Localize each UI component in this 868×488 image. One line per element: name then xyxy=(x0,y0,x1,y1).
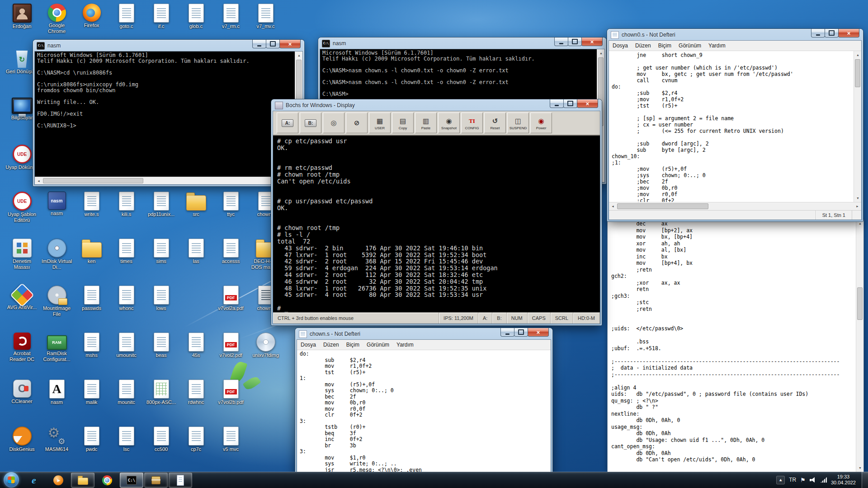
maximize-button[interactable] xyxy=(568,38,582,46)
bochs-floppy-b-button[interactable]: B: xyxy=(300,113,321,133)
desktop-icon-ttyc[interactable]: ttyc xyxy=(213,191,248,217)
desktop-icon-nasm[interactable]: nasm xyxy=(39,379,74,405)
desktop-icon-unixv7fdimg[interactable]: unixv7fdimg xyxy=(248,332,283,358)
bochs-suspend-button[interactable]: ◫SUSPEND xyxy=(507,113,529,133)
desktop-icon-firefox[interactable]: Firefox xyxy=(74,3,109,28)
desktop-icon-umounitc[interactable]: umounitc xyxy=(109,332,144,358)
volume-icon[interactable] xyxy=(810,477,816,483)
scroll-left-icon[interactable]: ◄ xyxy=(609,202,617,210)
desktop-icon-lows[interactable]: lows xyxy=(144,285,179,311)
scroll-left-icon[interactable]: ◄ xyxy=(35,177,42,184)
desktop-icon-pdp11unix[interactable]: pdp11unix... xyxy=(144,191,179,217)
notepad2-vertical-scrollbar[interactable]: ▲ ▼ xyxy=(854,51,861,202)
desktop-icon-imdisk-virtual-di[interactable]: ImDisk Virtual Di... xyxy=(39,238,74,270)
scroll-down-icon[interactable]: ▼ xyxy=(856,464,864,472)
maximize-button[interactable] xyxy=(266,40,280,48)
minimize-button[interactable] xyxy=(252,40,266,48)
desktop-icon-diskgenius[interactable]: DiskGenius xyxy=(5,426,39,452)
desktop-icon-v7vol2-pdf[interactable]: v7vol2.pdf xyxy=(213,332,248,358)
menu-d-zen[interactable]: Düzen xyxy=(320,342,343,348)
menu-bi-im[interactable]: Biçim xyxy=(655,42,675,49)
scroll-up-icon[interactable]: ▲ xyxy=(295,52,302,59)
bochs-floppy-a-button[interactable]: A: xyxy=(277,113,298,133)
notepad2-horizontal-scrollbar[interactable]: ◄ ► xyxy=(609,202,861,210)
bochs-paste-button[interactable]: ▥Paste xyxy=(415,113,437,133)
scroll-thumb[interactable] xyxy=(43,178,143,183)
close-button[interactable]: × xyxy=(581,38,603,46)
desktop-icon-sims[interactable]: sims xyxy=(144,238,179,264)
notepad3-vertical-scrollbar[interactable]: ▲ ▼ xyxy=(856,220,863,472)
bochs-cdrom-button[interactable]: ◎ xyxy=(323,113,344,133)
desktop-icon-goto-c[interactable]: goto.c xyxy=(109,3,144,29)
resize-grip[interactable] xyxy=(852,211,861,220)
desktop-icon-mshs[interactable]: mshs xyxy=(74,332,109,358)
maximize-button[interactable] xyxy=(514,328,528,337)
show-hidden-icons-button[interactable]: ▲ xyxy=(776,476,785,484)
bochs-config-button[interactable]: TICONFIG xyxy=(461,113,483,133)
scroll-up-icon[interactable]: ▲ xyxy=(854,51,861,59)
cmd1-titlebar[interactable]: nasm × xyxy=(33,40,304,52)
desktop-icon-nasm[interactable]: nasm xyxy=(39,191,74,216)
desktop-icon-accesss[interactable]: accesss xyxy=(213,238,248,264)
desktop-icon-pwdc[interactable]: pwdc xyxy=(74,426,109,452)
cmd1-horizontal-scrollbar[interactable]: ◄ ► xyxy=(35,177,295,184)
bochs-reset-button[interactable]: ↺Reset xyxy=(484,113,506,133)
desktop-icon-denetim-masas[interactable]: Denetim Masası xyxy=(5,238,39,270)
desktop-icon-glob-c[interactable]: glob.c xyxy=(179,3,213,29)
close-button[interactable]: × xyxy=(838,29,859,38)
desktop-icon-src[interactable]: src xyxy=(179,191,213,217)
bochs-titlebar[interactable]: Bochs for Windows - Display × xyxy=(271,99,602,111)
menu-bi-im[interactable]: Biçim xyxy=(343,342,363,348)
desktop-icon-mounitc[interactable]: mounitc xyxy=(109,379,144,405)
notepad1-titlebar[interactable]: chown.s - Not Defteri × xyxy=(295,328,552,340)
action-center-flag-icon[interactable]: ⚑ xyxy=(800,477,806,483)
menu-d-zen[interactable]: Düzen xyxy=(632,42,655,49)
scroll-thumb[interactable] xyxy=(617,203,708,209)
desktop-icon-times[interactable]: times xyxy=(109,238,144,264)
minimize-button[interactable] xyxy=(554,38,568,46)
scroll-right-icon[interactable]: ► xyxy=(854,202,861,210)
taskbar-bochs-button[interactable] xyxy=(144,473,168,488)
desktop-icon-v7-mv-c[interactable]: v7_mv.c xyxy=(248,3,283,29)
desktop-icon-erdo-an[interactable]: Erdoğan xyxy=(5,3,39,29)
menu-g-r-n-m[interactable]: Görünüm xyxy=(363,342,393,348)
desktop-icon-v7vol2b-pdf[interactable]: v7vol2b.pdf xyxy=(213,379,248,405)
scroll-up-icon[interactable]: ▲ xyxy=(597,49,604,57)
minimize-button[interactable] xyxy=(550,99,564,108)
bochs-power-button[interactable]: ◉Power xyxy=(530,113,552,133)
desktop-icon-v5-mvc[interactable]: v5 mvc xyxy=(213,426,248,452)
notepad1-text[interactable]: do: sub $2,r4 mov r1,0f+2 tst (r5)+ 1: m… xyxy=(297,350,551,474)
language-indicator[interactable]: TR xyxy=(789,477,796,483)
taskbar-cmd-button[interactable] xyxy=(120,473,143,488)
notepad3-text[interactable]: dec ax mov [bp+2], ax mov bx, [bp+4] xor… xyxy=(608,220,856,472)
desktop-icon-google-chrome[interactable]: Google Chrome xyxy=(39,3,74,34)
cmd2-titlebar[interactable]: nasm × xyxy=(318,38,606,49)
desktop-icon-malik[interactable]: malik xyxy=(74,379,109,405)
bochs-display[interactable]: # cp etc/passwd usr OK. # rm etc/passwd … xyxy=(273,135,600,313)
bochs-cdrom-disabled-button[interactable]: ⊘ xyxy=(346,113,368,133)
close-button[interactable]: × xyxy=(279,40,301,48)
desktop-icon-cp7c[interactable]: cp7c xyxy=(179,426,213,452)
scroll-down-icon[interactable]: ▼ xyxy=(854,194,861,202)
taskbar-notepad-button[interactable] xyxy=(169,473,192,488)
notepad2-titlebar[interactable]: chown0.s - Not Defteri × xyxy=(607,29,863,41)
clock[interactable]: 19:33 30.04.2022 xyxy=(831,474,858,486)
close-button[interactable]: × xyxy=(528,328,549,337)
notepad2-text[interactable]: jne short chown_9 ; get user number (whi… xyxy=(609,51,861,202)
desktop-icon-ramdisk-configurat[interactable]: RamDisk Configurat... xyxy=(39,332,74,362)
desktop-icon-passwds[interactable]: passwds xyxy=(74,285,109,311)
menu-yard-m[interactable]: Yardım xyxy=(393,342,417,348)
cmd1-output[interactable]: Microsoft Windows [Sürüm 6.1.7601] Telif… xyxy=(35,52,295,177)
desktop-icon-acrobat-reader-dc[interactable]: Acrobat Reader DC xyxy=(5,332,39,362)
desktop-icon-kili-s[interactable]: kili.s xyxy=(109,191,144,217)
desktop-icon-mountimage-file[interactable]: MountImage File xyxy=(39,285,74,317)
desktop-icon-whonc[interactable]: whonc xyxy=(109,285,144,311)
desktop-icon-v7vol2a-pdf[interactable]: v7vol2a.pdf xyxy=(213,285,248,311)
menu-dosya[interactable]: Dosya xyxy=(297,342,320,348)
scroll-thumb[interactable] xyxy=(857,287,863,320)
taskbar-ie-button[interactable] xyxy=(22,473,46,488)
desktop-icon-ken[interactable]: ken xyxy=(74,238,109,264)
close-button[interactable]: × xyxy=(577,99,598,108)
show-desktop-button[interactable] xyxy=(862,472,868,488)
bochs-copy-button[interactable]: ▤Copy xyxy=(392,113,414,133)
